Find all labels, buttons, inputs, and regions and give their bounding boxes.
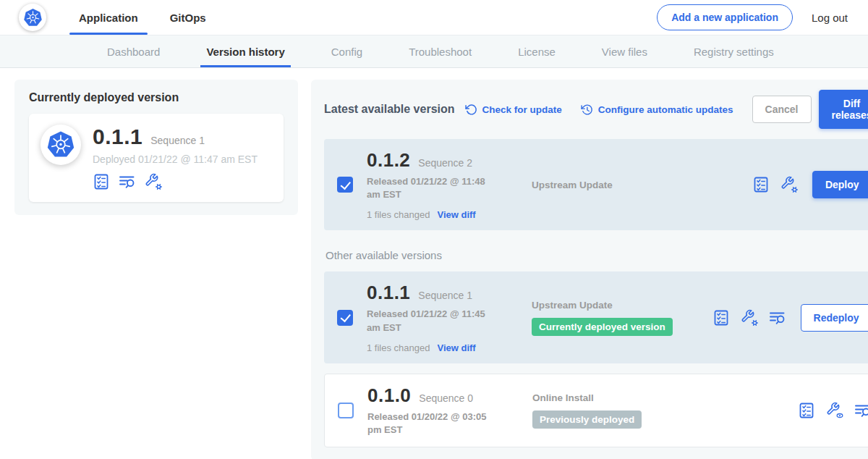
previously-deployed-badge: Previously deployed xyxy=(532,410,642,429)
version-checkbox[interactable] xyxy=(337,177,353,193)
preflight-checks-icon[interactable] xyxy=(798,402,815,419)
other-available-versions-title: Other available versions xyxy=(326,249,868,261)
cancel-button[interactable]: Cancel xyxy=(752,96,812,123)
deployed-version-number: 0.1.1 xyxy=(93,125,142,149)
deploy-logs-icon[interactable] xyxy=(119,173,136,190)
files-changed-label: 1 files changed xyxy=(367,342,430,353)
view-diff-link[interactable]: View diff xyxy=(437,209,475,220)
source-label: Upstream Update xyxy=(532,300,705,311)
kubernetes-logo-icon xyxy=(19,4,46,31)
currently-deployed-panel: Currently deployed version 0.1.1 Sequenc… xyxy=(14,80,298,215)
latest-available-title: Latest available version xyxy=(324,103,455,116)
subnav-item-config[interactable]: Config xyxy=(326,35,368,67)
app-kubernetes-icon xyxy=(41,125,81,165)
available-versions-header: Latest available version Check for updat… xyxy=(324,90,868,129)
available-versions-panel: Latest available version Check for updat… xyxy=(311,80,868,459)
preflight-checks-icon[interactable] xyxy=(752,176,770,193)
version-card-0-1-0: 0.1.0 Sequence 0 Released 01/20/22 @ 03:… xyxy=(324,374,868,447)
released-timestamp: Released 01/21/22 @ 11:45 am EST xyxy=(367,308,501,334)
subnav-item-dashboard[interactable]: Dashboard xyxy=(101,35,166,67)
main-content: Currently deployed version 0.1.1 Sequenc… xyxy=(0,68,868,459)
tab-gitops[interactable]: GitOps xyxy=(161,0,216,35)
deploy-logs-icon[interactable] xyxy=(854,402,868,419)
preflight-checks-icon[interactable] xyxy=(93,173,110,190)
deployed-sequence-label: Sequence 1 xyxy=(150,135,205,146)
sequence-label: Sequence 1 xyxy=(418,290,472,301)
configure-automatic-updates-link[interactable]: Configure automatic updates xyxy=(581,104,733,116)
clock-refresh-icon xyxy=(581,104,593,116)
deployed-status-badge: Currently deployed version xyxy=(532,318,673,336)
currently-deployed-title: Currently deployed version xyxy=(29,91,284,104)
config-icon[interactable] xyxy=(741,309,758,327)
deploy-logs-icon[interactable] xyxy=(769,309,786,327)
sequence-label: Sequence 0 xyxy=(419,392,473,404)
version-checkbox[interactable] xyxy=(337,310,353,326)
check-for-update-label: Check for update xyxy=(482,104,562,115)
subnav-item-registry-settings[interactable]: Registry settings xyxy=(688,35,780,67)
subnav-item-license[interactable]: License xyxy=(512,35,561,67)
subnav-item-version-history[interactable]: Version history xyxy=(200,35,290,67)
tab-application[interactable]: Application xyxy=(69,0,148,35)
view-diff-link[interactable]: View diff xyxy=(437,342,475,353)
check-for-update-link[interactable]: Check for update xyxy=(465,104,562,116)
sub-nav: Dashboard Version history Config Trouble… xyxy=(0,35,868,68)
files-changed-label: 1 files changed xyxy=(367,209,430,220)
subnav-item-view-files[interactable]: View files xyxy=(596,35,653,67)
diff-releases-button[interactable]: Diff releases xyxy=(819,90,868,129)
logout-button[interactable]: Log out xyxy=(810,9,849,27)
refresh-icon xyxy=(465,104,477,116)
released-timestamp: Released 01/21/22 @ 11:48 am EST xyxy=(367,175,501,201)
configure-automatic-updates-label: Configure automatic updates xyxy=(598,104,733,115)
version-card-0-1-1: 0.1.1 Sequence 1 Released 01/21/22 @ 11:… xyxy=(324,271,868,363)
version-number: 0.1.2 xyxy=(367,149,410,172)
deploy-button[interactable]: Deploy xyxy=(812,171,868,198)
subnav-item-troubleshoot[interactable]: Troubleshoot xyxy=(403,35,477,67)
top-nav: Application GitOps Add a new application… xyxy=(0,0,868,35)
source-label: Upstream Update xyxy=(532,180,745,190)
config-icon[interactable] xyxy=(145,173,162,190)
released-timestamp: Released 01/20/22 @ 03:05 pm EST xyxy=(367,410,502,437)
add-application-button[interactable]: Add a new application xyxy=(657,4,793,30)
source-label: Online Install xyxy=(532,392,791,403)
tab-gitops-label: GitOps xyxy=(170,12,206,24)
version-checkbox[interactable] xyxy=(338,403,354,418)
sequence-label: Sequence 2 xyxy=(418,157,472,169)
view-config-icon[interactable] xyxy=(826,402,843,419)
deployed-version-card: 0.1.1 Sequence 1 Deployed 01/21/22 @ 11:… xyxy=(29,114,284,202)
version-number: 0.1.0 xyxy=(367,384,411,407)
version-card-0-1-2: 0.1.2 Sequence 2 Released 01/21/22 @ 11:… xyxy=(324,139,868,230)
redeploy-button[interactable]: Redeploy xyxy=(801,304,868,332)
config-icon[interactable] xyxy=(780,176,798,193)
deployed-timestamp: Deployed 01/21/22 @ 11:47 am EST xyxy=(93,153,258,165)
tab-application-label: Application xyxy=(79,12,138,24)
version-number: 0.1.1 xyxy=(367,282,410,304)
preflight-checks-icon[interactable] xyxy=(712,309,730,327)
